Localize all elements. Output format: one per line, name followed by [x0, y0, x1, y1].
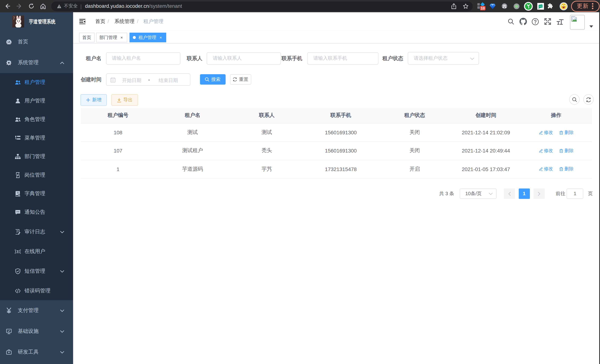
svg-text:10: 10	[481, 6, 485, 10]
